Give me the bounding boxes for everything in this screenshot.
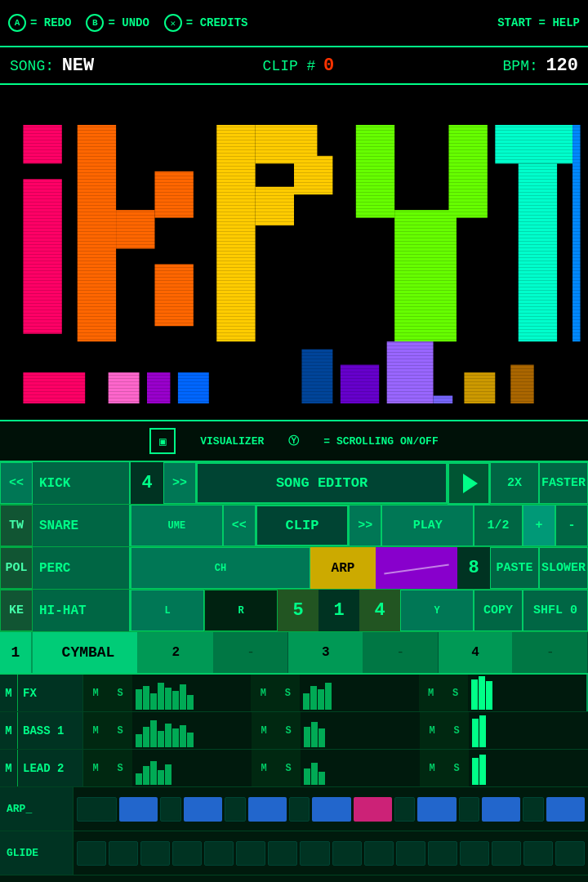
viz-icon: ▣ bbox=[149, 428, 176, 454]
m-label-fx: M bbox=[0, 675, 18, 711]
hihat-num1[interactable]: 5 bbox=[278, 590, 318, 631]
b-button[interactable]: B bbox=[86, 14, 104, 32]
arp-block-blue[interactable] bbox=[248, 797, 287, 822]
copy-button[interactable]: COPY bbox=[474, 590, 523, 631]
kick-nav-left[interactable]: << bbox=[0, 462, 33, 504]
bpm-value[interactable]: 120 bbox=[546, 56, 578, 76]
fx-m2[interactable]: M bbox=[251, 675, 275, 711]
glide-block[interactable] bbox=[268, 841, 297, 866]
start-help-label[interactable]: START = HELP bbox=[497, 16, 580, 29]
shfl-button[interactable]: SHFL 0 bbox=[523, 590, 588, 631]
hihat-num2[interactable]: 1 bbox=[318, 590, 359, 631]
fx-s3[interactable]: S bbox=[443, 675, 468, 711]
lead2-s3[interactable]: S bbox=[444, 750, 469, 786]
speed-2x-button[interactable]: 2X bbox=[490, 462, 539, 504]
top-controls: A = REDO B = UNDO ✕ = CREDITS bbox=[8, 14, 247, 32]
bass1-s3[interactable]: S bbox=[444, 712, 469, 749]
play-label[interactable]: PLAY bbox=[381, 505, 474, 546]
svg-rect-16 bbox=[23, 372, 85, 403]
half-speed-button[interactable]: 1/2 bbox=[474, 505, 523, 546]
lead2-seq bbox=[132, 750, 252, 786]
slower-button[interactable]: SLOWER bbox=[539, 547, 588, 589]
clip-nav-left[interactable]: << bbox=[223, 505, 256, 546]
clip-nav-right[interactable]: >> bbox=[349, 505, 381, 546]
lead2-s2[interactable]: S bbox=[276, 750, 301, 786]
bass1-s[interactable]: S bbox=[108, 712, 132, 749]
a-button[interactable]: A bbox=[8, 14, 26, 32]
glide-block[interactable] bbox=[332, 841, 362, 866]
arp-block-dark[interactable] bbox=[523, 797, 544, 822]
glide-block[interactable] bbox=[236, 841, 265, 866]
arp-row: ARP_ bbox=[0, 787, 588, 831]
glide-block[interactable] bbox=[492, 841, 521, 866]
arp-block-dark[interactable] bbox=[160, 797, 181, 822]
redo-control: A = REDO bbox=[8, 14, 71, 32]
arp-block-dark[interactable] bbox=[394, 797, 416, 822]
bass1-s2[interactable]: S bbox=[276, 712, 301, 749]
cymbal-seg-2[interactable]: 2 bbox=[139, 632, 214, 673]
bass1-seq bbox=[132, 712, 252, 749]
paste-button[interactable]: PASTE bbox=[490, 547, 539, 589]
arp-block-blue[interactable] bbox=[184, 797, 222, 822]
credits-control: ✕ = CREDITS bbox=[164, 14, 248, 32]
faster-button[interactable]: FASTER bbox=[539, 462, 588, 504]
m-label-lead: M bbox=[0, 750, 18, 786]
song-editor-button[interactable]: SONG EDITOR bbox=[196, 462, 448, 504]
scrolling-label[interactable]: = SCROLLING ON/OFF bbox=[323, 435, 438, 448]
mixer: M FX M S M S M S M bbox=[0, 675, 588, 787]
svg-rect-20 bbox=[301, 350, 332, 403]
svg-rect-0 bbox=[23, 125, 61, 163]
seq-bar bbox=[165, 688, 172, 710]
lead2-s[interactable]: S bbox=[108, 750, 132, 786]
fx-m[interactable]: M bbox=[83, 675, 108, 711]
glide-block[interactable] bbox=[77, 841, 106, 866]
glide-block[interactable] bbox=[555, 841, 585, 866]
bass1-m2[interactable]: M bbox=[252, 712, 276, 749]
glide-block[interactable] bbox=[140, 841, 170, 866]
arp-block-dark[interactable] bbox=[225, 797, 246, 822]
x-button[interactable]: ✕ bbox=[164, 14, 182, 32]
glide-block[interactable] bbox=[428, 841, 457, 866]
fx-s[interactable]: S bbox=[108, 675, 132, 711]
minus-button[interactable]: - bbox=[555, 505, 588, 546]
hihat-row: KE HI-HAT L R 5 1 4 Y COPY SHFL 0 bbox=[0, 590, 588, 632]
arp-block-blue[interactable] bbox=[546, 797, 585, 822]
lead2-m3[interactable]: M bbox=[420, 750, 444, 786]
lead2-m[interactable]: M bbox=[83, 750, 108, 786]
glide-block[interactable] bbox=[364, 841, 394, 866]
svg-rect-13 bbox=[495, 125, 572, 163]
arp-block-dark[interactable] bbox=[289, 797, 310, 822]
volume-label: UME bbox=[131, 505, 223, 546]
bass1-m[interactable]: M bbox=[83, 712, 108, 749]
glide-block[interactable] bbox=[396, 841, 425, 866]
kick-nav-right[interactable]: >> bbox=[163, 462, 196, 504]
glide-block[interactable] bbox=[109, 841, 138, 866]
arp-block-blue[interactable] bbox=[482, 797, 520, 822]
glide-block[interactable] bbox=[300, 841, 329, 866]
glide-block[interactable] bbox=[172, 841, 202, 866]
arp-block-blue[interactable] bbox=[119, 797, 158, 822]
clip-number[interactable]: 0 bbox=[323, 56, 334, 76]
plus-button[interactable]: + bbox=[523, 505, 555, 546]
arp-block-blue[interactable] bbox=[312, 797, 350, 822]
fx-m3[interactable]: M bbox=[419, 675, 443, 711]
hihat-mode[interactable]: KE bbox=[0, 590, 33, 631]
visualizer-label: VISUALIZER bbox=[200, 435, 264, 448]
play-button[interactable] bbox=[448, 462, 490, 505]
bass1-m3[interactable]: M bbox=[420, 712, 444, 749]
cymbal-number: 1 bbox=[0, 632, 33, 673]
cymbal-seg-3[interactable]: 3 bbox=[288, 632, 363, 673]
arp-block-dark[interactable] bbox=[77, 797, 117, 822]
snare-mode[interactable]: TW bbox=[0, 505, 33, 546]
cymbal-seg-4[interactable]: 4 bbox=[439, 632, 514, 673]
arp-block-pink[interactable] bbox=[354, 797, 392, 822]
glide-block[interactable] bbox=[523, 841, 553, 866]
glide-block[interactable] bbox=[460, 841, 489, 866]
arp-block-blue[interactable] bbox=[417, 797, 456, 822]
hihat-num3[interactable]: 4 bbox=[359, 590, 400, 631]
fx-s2[interactable]: S bbox=[275, 675, 300, 711]
arp-block-dark[interactable] bbox=[459, 797, 480, 822]
perc-mode[interactable]: POL bbox=[0, 547, 33, 589]
glide-block[interactable] bbox=[204, 841, 234, 866]
lead2-m2[interactable]: M bbox=[252, 750, 276, 786]
